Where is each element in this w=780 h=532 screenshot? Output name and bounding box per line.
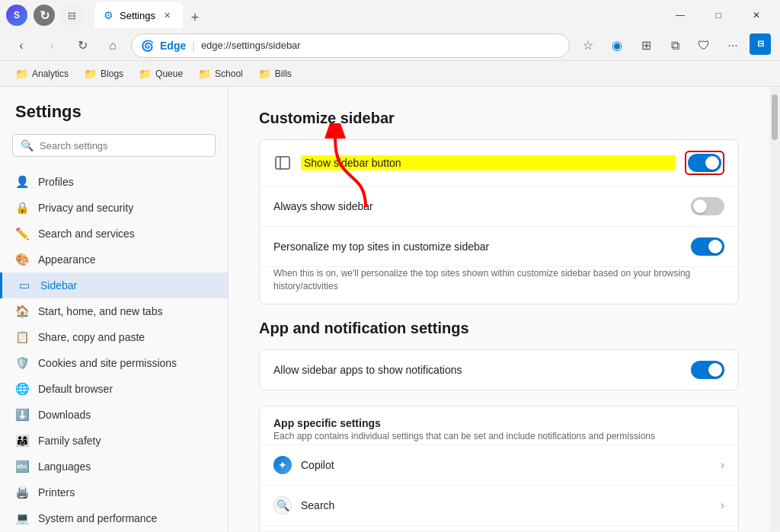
sidebar-toggle-button[interactable]: ⊟ bbox=[750, 33, 771, 55]
nav-icon: ✏️ bbox=[15, 227, 29, 241]
settings-sidebar: Settings 🔍 👤 Profiles 🔒 Privacy and secu… bbox=[0, 87, 229, 531]
sidebar-item-share,-copy-and-paste[interactable]: 📋 Share, copy and paste bbox=[0, 324, 228, 350]
show-sidebar-toggle[interactable] bbox=[688, 154, 721, 172]
profile-avatar[interactable]: S bbox=[6, 5, 27, 26]
bookmark-item[interactable]: 📁School bbox=[192, 65, 249, 83]
nav-icon: 🖨️ bbox=[15, 486, 29, 499]
copilot-button[interactable]: ◉ bbox=[605, 33, 629, 58]
sidebar-item-family-safety[interactable]: 👨‍👩‍👧 Family safety bbox=[0, 428, 228, 454]
sidebar-item-search-and-services[interactable]: ✏️ Search and services bbox=[0, 221, 228, 247]
sidebar-item-downloads[interactable]: ⬇️ Downloads bbox=[0, 402, 228, 428]
sidebar-item-profiles[interactable]: 👤 Profiles bbox=[0, 169, 228, 195]
sidebar-item-default-browser[interactable]: 🌐 Default browser bbox=[0, 376, 228, 402]
bookmark-item[interactable]: 📁Queue bbox=[133, 65, 189, 83]
chevron-right-icon: › bbox=[721, 499, 724, 512]
personalize-toggle[interactable] bbox=[691, 237, 724, 256]
allow-notifications-row: Allow sidebar apps to show notifications bbox=[260, 350, 738, 390]
nav-item-label: Cookies and site permissions bbox=[38, 357, 177, 369]
favorites-button[interactable]: ☆ bbox=[576, 33, 600, 58]
nav-icon: 🌐 bbox=[15, 382, 29, 396]
forward-button[interactable]: › bbox=[40, 33, 64, 58]
tab-close-button[interactable]: ✕ bbox=[161, 9, 174, 21]
customize-sidebar-card: Show sidebar button Always show sidebar … bbox=[259, 139, 739, 304]
nav-icon: 🔤 bbox=[15, 460, 29, 473]
home-button[interactable]: ⌂ bbox=[101, 33, 125, 58]
tab-favicon: ⚙ bbox=[104, 9, 113, 21]
search-box[interactable]: 🔍 bbox=[12, 134, 216, 157]
nav-item-label: Sidebar bbox=[40, 279, 77, 291]
close-button[interactable]: ✕ bbox=[739, 3, 774, 27]
sidebar-item-printers[interactable]: 🖨️ Printers bbox=[0, 479, 228, 505]
app-specific-header: App specific settings Each app contains … bbox=[260, 406, 738, 445]
search-input[interactable] bbox=[40, 140, 207, 151]
app-name: Copilot bbox=[301, 459, 711, 471]
nav-item-label: Share, copy and paste bbox=[38, 331, 145, 343]
back-button[interactable]: ‹ bbox=[9, 33, 34, 58]
maximize-button[interactable]: □ bbox=[701, 3, 736, 27]
bookmark-item[interactable]: 📁Analytics bbox=[9, 65, 75, 83]
show-sidebar-toggle-box bbox=[685, 151, 724, 175]
sidebar-item-privacy-and-security[interactable]: 🔒 Privacy and security bbox=[0, 195, 228, 221]
nav-icon: 🏠 bbox=[15, 304, 29, 318]
allow-notifications-toggle[interactable] bbox=[691, 361, 724, 379]
sidebar-item-languages[interactable]: 🔤 Languages bbox=[0, 454, 228, 479]
nav-icon: 🔒 bbox=[15, 201, 29, 215]
always-show-sidebar-row: Always show sidebar bbox=[260, 186, 738, 227]
app-icon: 🔍 bbox=[273, 496, 292, 514]
refresh-button[interactable]: ↻ bbox=[70, 33, 94, 58]
nav-icon: ⬇️ bbox=[15, 408, 29, 422]
browser-name: Edge bbox=[160, 40, 186, 52]
sidebar-item-appearance[interactable]: 🎨 Appearance bbox=[0, 247, 228, 272]
tab-settings[interactable]: ⚙ Settings ✕ bbox=[94, 2, 183, 28]
address-bar[interactable]: 🌀 Edge | edge://settings/sidebar bbox=[131, 33, 570, 58]
sidebar-item-cookies-and-site-permissions[interactable]: 🛡️ Cookies and site permissions bbox=[0, 350, 228, 376]
app-icon: ✦ bbox=[273, 456, 292, 474]
nav-item-label: Profiles bbox=[38, 176, 74, 188]
collections-button[interactable]: ⊞ bbox=[634, 33, 658, 58]
customize-sidebar-title: Customize sidebar bbox=[259, 110, 739, 127]
sidebar-item-system-and-performance[interactable]: 💻 System and performance bbox=[0, 505, 228, 531]
new-tab-button[interactable]: + bbox=[184, 7, 206, 28]
more-tools-button[interactable]: ··· bbox=[721, 33, 745, 58]
nav-icon: ▭ bbox=[18, 279, 31, 292]
search-icon: 🔍 bbox=[21, 139, 34, 151]
nav-item-label: Start, home, and new tabs bbox=[38, 305, 162, 317]
bookmark-item[interactable]: 📁Blogs bbox=[78, 65, 129, 83]
bookmarks-bar: 📁Analytics📁Blogs📁Queue📁School📁Bills bbox=[0, 61, 780, 87]
nav-icon: 👤 bbox=[15, 175, 29, 189]
scrollbar[interactable] bbox=[769, 87, 780, 531]
show-sidebar-button-row: Show sidebar button bbox=[260, 140, 738, 186]
sidebar-item-start,-home,-and-new-tabs[interactable]: 🏠 Start, home, and new tabs bbox=[0, 298, 228, 324]
always-show-sidebar-toggle[interactable] bbox=[691, 197, 724, 215]
bookmark-item[interactable]: 📁Bills bbox=[252, 65, 298, 83]
app-item-search[interactable]: 🔍 Search › bbox=[260, 486, 738, 526]
nav-item-label: Appearance bbox=[38, 253, 96, 266]
nav-item-label: Downloads bbox=[38, 409, 91, 421]
nav-item-label: Printers bbox=[38, 486, 75, 499]
app-specific-card: App specific settings Each app contains … bbox=[259, 406, 739, 531]
scrollbar-thumb[interactable] bbox=[772, 94, 778, 140]
app-item-copilot[interactable]: ✦ Copilot › bbox=[260, 445, 738, 486]
sidebar-item-sidebar[interactable]: ▭ Sidebar bbox=[0, 272, 228, 298]
address-text: edge://settings/sidebar bbox=[201, 40, 301, 51]
split-screen-button[interactable]: ⧉ bbox=[663, 33, 687, 58]
nav-item-label: Default browser bbox=[38, 383, 113, 395]
settings-title: Settings bbox=[0, 102, 228, 134]
personalize-label: Personalize my top sites in customize si… bbox=[273, 241, 682, 253]
history-icon[interactable]: ↻ bbox=[34, 5, 55, 26]
tab-strip-toggle[interactable]: ⊟ bbox=[61, 5, 82, 26]
minimize-button[interactable]: — bbox=[663, 3, 698, 27]
tab-label: Settings bbox=[120, 10, 155, 21]
app-specific-desc: Each app contains individual settings th… bbox=[273, 431, 724, 441]
nav-item-label: Languages bbox=[38, 460, 91, 473]
personalize-desc: When this is on, we'll personalize the t… bbox=[260, 267, 738, 304]
nav-item-label: Search and services bbox=[38, 228, 135, 240]
nav-icon: 🛡️ bbox=[15, 356, 29, 370]
app-notification-card: Allow sidebar apps to show notifications bbox=[259, 349, 739, 390]
app-item-microsoft-shopping[interactable]: 🛍 Microsoft Shopping › bbox=[260, 526, 738, 531]
svg-rect-0 bbox=[276, 157, 289, 169]
nav-icon: 👨‍👩‍👧 bbox=[15, 434, 29, 448]
app-name: Search bbox=[301, 499, 711, 511]
browser-essentials-button[interactable]: 🛡 bbox=[692, 33, 716, 58]
app-specific-title: App specific settings bbox=[273, 417, 724, 429]
